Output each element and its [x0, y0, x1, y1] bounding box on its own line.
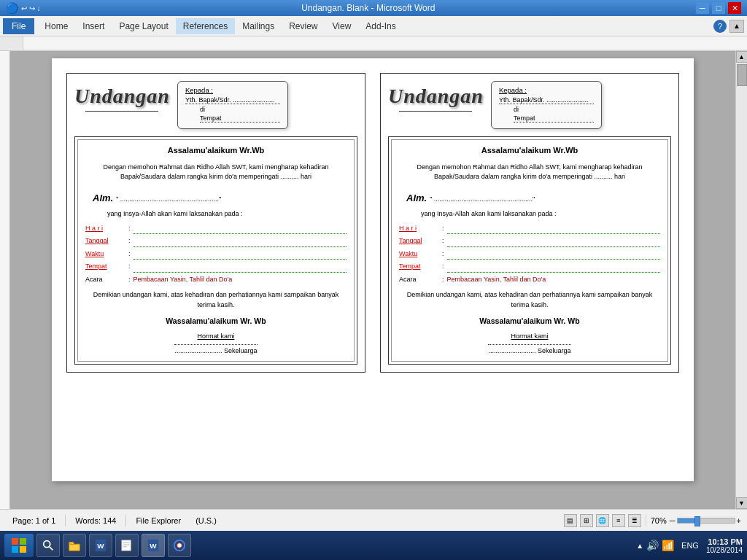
document-page: Undangan Kepada : Yth. Bapak/Sdr. ......… — [52, 58, 694, 481]
content-area: Undangan Kepada : Yth. Bapak/Sdr. ......… — [0, 51, 747, 509]
name-line-left: Yth. Bapak/Sdr. ....................... — [185, 96, 280, 104]
document-area[interactable]: Undangan Kepada : Yth. Bapak/Sdr. ......… — [10, 51, 735, 509]
opening-text-left: Dengan memohon Rahmat dan Ridho Allah SW… — [85, 163, 347, 182]
ruler-horizontal — [23, 36, 747, 51]
logo-right: Undangan — [388, 81, 484, 108]
alm-quote-left: " ......................................… — [116, 195, 219, 205]
menu-addins[interactable]: Add-Ins — [358, 18, 403, 34]
menu-view[interactable]: View — [325, 18, 359, 34]
volume-icon: 📶 — [662, 540, 674, 551]
menu-insert[interactable]: Insert — [75, 18, 112, 34]
name-line-right: Yth. Bapak/Sdr. ....................... — [499, 96, 594, 104]
close-button[interactable]: ✕ — [728, 2, 741, 14]
invitation-grid: Undangan Kepada : Yth. Bapak/Sdr. ......… — [66, 73, 679, 373]
network-icon: 🔊 — [646, 540, 659, 551]
tempat-line-left: Tempat : — [85, 262, 347, 273]
help-button[interactable]: ? — [713, 20, 727, 33]
menu-mailings[interactable]: Mailings — [235, 18, 282, 34]
zoom-level: 70% — [651, 516, 667, 525]
taskbar-right: ▲ 🔊 📶 ENG 10:13 PM 10/28/2014 — [636, 537, 743, 554]
invitation-card-left: Undangan Kepada : Yth. Bapak/Sdr. ......… — [66, 73, 365, 373]
web-layout-view[interactable]: 🌐 — [596, 514, 609, 527]
waktu-line-right: Waktu : — [399, 249, 660, 260]
svg-rect-13 — [122, 540, 131, 551]
word-doc-button[interactable]: W — [142, 534, 165, 557]
page-status: Page: 1 of 1 — [6, 514, 62, 527]
address-box-right: Kepada : Yth. Bapak/Sdr. ...............… — [491, 81, 602, 129]
svg-point-21 — [177, 543, 181, 547]
chrome-button[interactable] — [168, 534, 191, 557]
card-header-left: Undangan Kepada : Yth. Bapak/Sdr. ......… — [74, 81, 357, 129]
vertical-ruler — [0, 51, 10, 509]
zoom-slider[interactable] — [677, 518, 735, 524]
zoom-out-button[interactable]: ─ — [670, 516, 676, 525]
file-menu[interactable]: File — [3, 18, 34, 34]
invitation-card-right: Undangan Kepada : Yth. Bapak/Sdr. ......… — [380, 73, 679, 373]
menu-pagelayout[interactable]: Page Layout — [112, 18, 175, 34]
language-indicator[interactable]: ENG — [678, 540, 702, 551]
status-sep1 — [65, 515, 66, 526]
scroll-up-button[interactable]: ▲ — [736, 51, 748, 63]
logo-underline-right — [399, 111, 472, 112]
di-line-right: di — [514, 106, 594, 113]
menu-bar: File Home Insert Page Layout References … — [0, 16, 747, 36]
start-button[interactable] — [4, 534, 34, 557]
print-layout-view[interactable]: ▤ — [564, 514, 577, 527]
search-button[interactable] — [36, 534, 60, 557]
sekeluarga-left: .......................... Sekeluarga — [85, 344, 347, 357]
tray-expand[interactable]: ▲ — [636, 542, 643, 550]
status-sep3 — [646, 515, 646, 526]
scroll-thumb[interactable] — [737, 64, 747, 86]
clock[interactable]: 10:13 PM 10/28/2014 — [706, 537, 743, 554]
window-title: Undangan. Blank - Microsoft Word — [41, 3, 696, 13]
zoom-in-button[interactable]: + — [737, 516, 741, 525]
sekeluarga-right: .......................... Sekeluarga — [399, 344, 660, 357]
file-explorer-status[interactable]: File Explorer — [129, 514, 187, 527]
hari-line-left: H a r i : — [85, 224, 347, 235]
alm-row-right: Alm. " .................................… — [406, 188, 660, 209]
alm-quote-close-right: " — [533, 195, 535, 205]
outline-view[interactable]: ≡ — [612, 514, 625, 527]
hari-line-right: H a r i : — [399, 224, 660, 235]
card-header-right: Undangan Kepada : Yth. Bapak/Sdr. ......… — [388, 81, 671, 129]
opening-text-right: Dengan memohon Rahmat dan Ridho Allah SW… — [399, 163, 660, 182]
file-explorer-button[interactable] — [63, 534, 86, 557]
maximize-button[interactable]: □ — [712, 2, 725, 14]
wassalamu-left: Wassalamu'alaikum Wr. Wb — [85, 316, 347, 327]
minimize-ribbon-button[interactable]: ▲ — [729, 20, 744, 33]
notepad-button[interactable] — [115, 534, 139, 557]
minimize-button[interactable]: ─ — [696, 2, 709, 14]
scroll-down-button[interactable]: ▼ — [736, 497, 748, 509]
yang-insya-left: yang Insya-Allah akan kami laksanakan pa… — [107, 209, 347, 219]
svg-rect-4 — [12, 538, 18, 545]
title-bar: 🔵 ↩ ↪ ↓ Undangan. Blank - Microsoft Word… — [0, 0, 747, 16]
logo-left: Undangan — [74, 81, 170, 108]
full-screen-view[interactable]: ⊞ — [580, 514, 593, 527]
menu-home[interactable]: Home — [37, 18, 75, 34]
alm-row-left: Alm. " .................................… — [93, 188, 347, 209]
svg-rect-7 — [20, 546, 26, 553]
wassalamu-right: Wassalamu'alaikum Wr. Wb — [399, 316, 660, 327]
to-label-right: Kepada : — [499, 86, 594, 94]
draft-view[interactable]: ≣ — [628, 514, 641, 527]
vertical-scrollbar[interactable]: ▲ ▼ — [735, 51, 747, 509]
svg-text:W: W — [97, 542, 104, 550]
address-box-left: Kepada : Yth. Bapak/Sdr. ...............… — [177, 81, 288, 129]
svg-rect-2 — [0, 51, 10, 509]
zoom-handle[interactable] — [694, 516, 700, 526]
alm-label-right: Alm. — [406, 191, 427, 206]
menu-review[interactable]: Review — [282, 18, 325, 34]
word-button[interactable]: W — [89, 534, 112, 557]
to-label-left: Kepada : — [185, 86, 280, 94]
card-body-left: Assalamu'alaikum Wr.Wb Dengan memohon Ra… — [74, 136, 357, 365]
alm-quote-close-left: " — [219, 195, 221, 205]
menu-references[interactable]: References — [176, 18, 235, 34]
svg-rect-0 — [23, 36, 747, 51]
assalamu-right: Assalamu'alaikum Wr.Wb — [399, 144, 660, 157]
horizontal-ruler — [0, 36, 747, 51]
alm-quote-right: " ......................................… — [430, 195, 533, 205]
tanggal-line-right: Tanggal : — [399, 236, 660, 247]
hormat-left: Hormat kami — [85, 332, 347, 342]
tempat-line-right: Tempat : — [399, 262, 660, 273]
logo-underline-left — [85, 111, 158, 112]
